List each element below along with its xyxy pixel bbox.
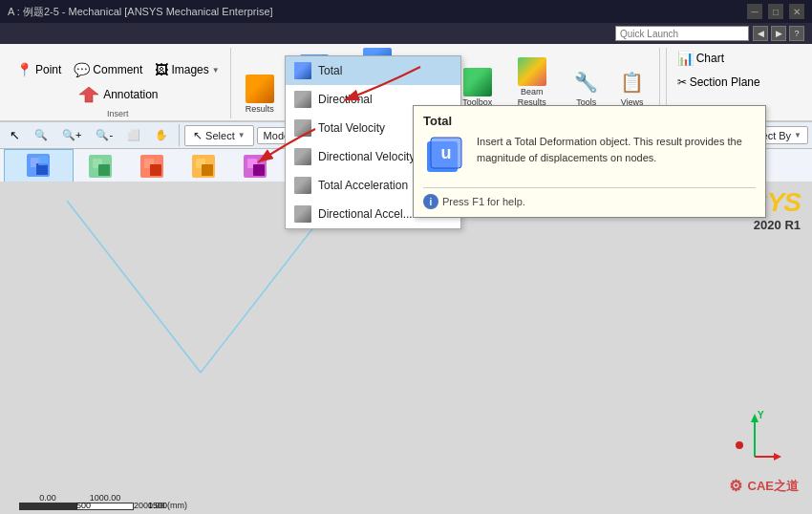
help-circle-icon: i [423,194,438,209]
section-plane-button[interactable]: ✂ Section Plane [673,73,765,92]
strain-icon [85,151,116,182]
quick-icons: ◀ ▶ ? [753,26,804,41]
tooltip-text: Insert a Total Deformation object. This … [477,134,756,165]
zoom-fit[interactable]: 🔍 [29,126,53,144]
cae-icon: ⚙ [729,477,742,495]
cae-watermark: ⚙ CAE之道 [729,477,799,495]
point-button[interactable]: 📍 Point [11,59,66,80]
select-button[interactable]: ↖ Select ▼ [184,125,254,146]
cursor-icon: ↖ [10,128,20,142]
svg-line-27 [67,201,201,373]
nav-icons[interactable]: ↖ [4,125,26,145]
comment-label: Comment [93,63,142,76]
stress-icon [137,151,167,182]
scale-seg-1: 0.00 [19,493,76,510]
tooltip-box: Total u Insert a Total Deformation objec… [413,105,766,218]
damage-icon [240,151,270,182]
help-quick-icon[interactable]: ? [789,26,804,41]
directional-acceleration-label: Directional Accel... [318,207,413,221]
sub-label-0: 500 [76,501,91,510]
select-label: Select [205,130,235,141]
annotation-label: Annotation [103,88,158,101]
title-bar: A : 例题2-5 - Mechanical [ANSYS Mechanical… [0,0,812,23]
select-cursor-icon: ↖ [193,129,203,142]
insert-buttons: 📍 Point 💬 Comment 🖼 Images ▼ [11,48,224,80]
chart-label: Chart [696,52,724,65]
svg-rect-7 [98,164,110,176]
directional-label: Directional [318,93,373,106]
svg-marker-33 [774,453,781,460]
directional-item-icon [293,90,312,109]
energy-icon [188,151,219,182]
deformation-icon [23,150,53,181]
results-icon [245,74,275,104]
help-text: Press F1 for help. [442,196,525,207]
zoom-in[interactable]: 🔍+ [56,126,87,144]
svg-text:u: u [441,143,452,162]
images-label: Images [171,63,208,76]
total-item[interactable]: Total [286,56,460,85]
pan[interactable]: ✋ [149,126,174,144]
zoom-box[interactable]: ⬜ [121,126,146,144]
images-dropdown-arrow: ▼ [212,66,220,75]
ansys-version: 2020 R1 [714,218,801,232]
svg-rect-4 [38,156,48,165]
coord-axes: Y [726,409,783,466]
scale-label-0: 0.00 [39,493,56,503]
close-button[interactable]: ✕ [789,4,804,19]
maximize-button[interactable]: □ [768,4,783,19]
total-acceleration-label: Total Acceleration [318,179,408,192]
images-button[interactable]: 🖼 Images ▼ [150,59,224,80]
directional-acceleration-icon [293,204,312,224]
svg-marker-0 [79,87,98,102]
app-title: A : 例题2-5 - Mechanical [ANSYS Mechanical… [8,5,273,19]
insert-group-label: Insert [107,107,129,118]
main-canvas[interactable]: ANSYS 2020 R1 Y ⚙ CAE之道 0.00 1000.00 [0,182,812,514]
svg-point-34 [736,441,743,449]
views-icon: 📋 [617,67,648,97]
minimize-button[interactable]: ─ [747,4,762,19]
total-velocity-icon [293,118,312,138]
results-label: Results [246,104,274,115]
back-icon[interactable]: ◀ [753,26,768,41]
zoom-out[interactable]: 🔍- [90,126,118,144]
toolbox-icon [462,67,493,97]
sub-label-1: 1500 [148,501,167,510]
select-dropdown-arrow: ▼ [238,131,246,139]
svg-rect-13 [202,164,213,176]
total-velocity-label: Total Velocity [318,121,385,135]
ribbon-group-insert: 📍 Point 💬 Comment 🖼 Images ▼ Ann [6,48,231,118]
comment-icon: 💬 [74,62,90,77]
chart-icon: 📊 [677,51,694,66]
chart-button[interactable]: 📊 Chart [673,48,765,69]
section-plane-label: Section Plane [690,75,760,89]
tooltip-cube-icon: u [423,134,469,180]
tooltip-help: i Press F1 for help. [423,187,756,209]
quick-launch-input[interactable] [615,26,749,41]
total-acceleration-icon [293,176,312,195]
point-icon: 📍 [16,62,32,77]
forward-icon[interactable]: ▶ [771,26,786,41]
cae-text: CAE之道 [748,478,799,495]
comment-button[interactable]: 💬 Comment [69,59,147,80]
tooltip-body: u Insert a Total Deformation object. Thi… [423,134,756,180]
quick-launch-bar: ◀ ▶ ? [0,23,812,44]
point-label: Point [35,63,61,76]
section-plane-icon: ✂ [677,75,687,89]
results-button[interactable]: Results [239,70,281,118]
directional-velocity-label: Directional Velocity [318,150,415,163]
total-item-icon [293,61,312,80]
svg-rect-16 [253,164,265,176]
sub-scale-labels: 500 1500 [76,501,167,510]
svg-text:Y: Y [758,410,764,420]
annotation-button[interactable]: Annotation [73,82,162,107]
beam-icon [517,56,547,87]
tooltip-title: Total [423,114,756,128]
tools-icon: 🔧 [571,67,602,97]
directional-velocity-icon [293,147,312,166]
annotation-icon [77,85,100,104]
total-label: Total [318,64,342,77]
images-icon: 🖼 [155,62,168,77]
svg-rect-10 [150,164,161,176]
select-by-arrow: ▼ [794,131,801,139]
